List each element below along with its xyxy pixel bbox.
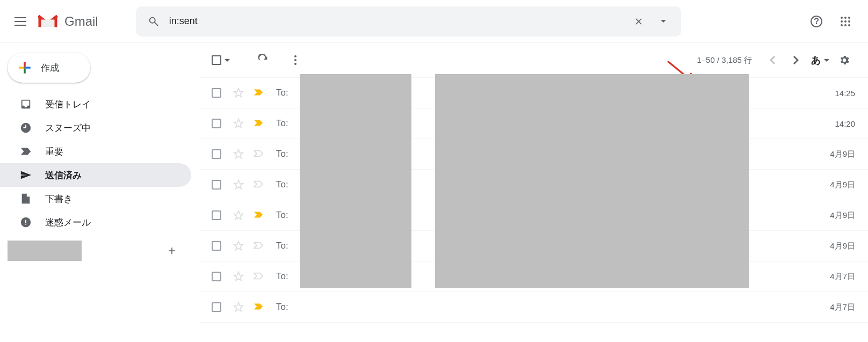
sidebar-item-sent[interactable]: 送信済み [0, 163, 191, 187]
svg-rect-15 [24, 67, 26, 69]
sidebar-label-row: + [0, 237, 199, 264]
row-checkbox[interactable] [212, 119, 221, 128]
star-icon[interactable] [233, 118, 244, 129]
importance-marker-icon[interactable] [254, 119, 263, 128]
importance-marker-icon[interactable] [254, 89, 263, 97]
sidebar-item-important[interactable]: 重要 [0, 140, 191, 163]
input-tools-button[interactable]: あ [811, 54, 829, 67]
sidebar-item-label: スヌーズ中 [45, 122, 91, 134]
redacted-content-block [435, 74, 749, 288]
pager: 1–50 / 3,185 行 [697, 49, 807, 71]
row-checkbox[interactable] [212, 241, 221, 251]
header-bar: Gmail [0, 0, 868, 43]
select-all-dropdown-icon[interactable] [225, 59, 230, 62]
row-checkbox[interactable] [212, 272, 221, 281]
star-icon[interactable] [233, 271, 244, 282]
svg-point-10 [848, 24, 850, 26]
row-checkbox[interactable] [212, 149, 221, 159]
search-input[interactable] [166, 16, 626, 27]
star-icon[interactable] [233, 302, 244, 312]
email-time: 4月7日 [830, 302, 855, 312]
svg-point-7 [848, 20, 850, 23]
svg-rect-0 [41, 19, 55, 27]
compose-plus-icon [16, 59, 33, 76]
clear-search-icon[interactable] [626, 9, 651, 34]
pager-prev-button[interactable] [762, 49, 783, 71]
redacted-sender-block [300, 74, 411, 288]
star-icon[interactable] [233, 179, 244, 190]
apps-grid-icon[interactable] [833, 9, 858, 34]
gmail-logo[interactable]: Gmail [33, 13, 98, 30]
importance-marker-icon[interactable] [254, 180, 263, 189]
row-checkbox[interactable] [212, 302, 221, 312]
sidebar-item-inbox[interactable]: 受信トレイ [0, 92, 191, 116]
importance-marker-icon[interactable] [254, 150, 263, 158]
to-label: To: [276, 118, 300, 129]
sidebar-item-drafts[interactable]: 下書き [0, 187, 191, 210]
sidebar-item-spam[interactable]: 迷惑メール [0, 210, 191, 234]
pager-next-button[interactable] [785, 49, 807, 71]
sidebar-label-placeholder [8, 241, 82, 261]
to-label: To: [276, 302, 300, 312]
content-area: 1–50 / 3,185 行 あ To: [199, 43, 868, 323]
email-time: 14:25 [835, 89, 855, 98]
sidebar-item-label: 迷惑メール [45, 216, 91, 229]
importance-marker-icon[interactable] [254, 211, 263, 220]
importance-marker-icon[interactable] [254, 242, 263, 250]
email-time: 14:20 [835, 119, 855, 128]
svg-point-18 [294, 63, 296, 65]
importance-marker-icon[interactable] [254, 272, 263, 281]
svg-point-4 [848, 17, 850, 19]
to-label: To: [276, 241, 300, 251]
email-row[interactable]: To: 4月7日 [199, 292, 868, 323]
email-list: To: 受信トレイ 返信完了 テスト - 今日は涼しい日です 14:25 To:… [199, 77, 868, 323]
sidebar-item-label: 送信済み [45, 169, 82, 181]
main-menu-button[interactable] [8, 9, 33, 34]
star-icon[interactable] [233, 149, 244, 159]
svg-point-9 [844, 24, 847, 26]
select-all-checkbox[interactable] [212, 55, 221, 65]
refresh-button[interactable] [250, 47, 276, 73]
importance-marker-icon[interactable] [254, 303, 263, 311]
search-options-icon[interactable] [651, 9, 676, 34]
sidebar-item-label: 重要 [45, 145, 63, 158]
search-bar [136, 6, 681, 37]
compose-button[interactable]: 作成 [8, 53, 90, 83]
to-label: To: [276, 88, 300, 98]
sidebar-item-label: 下書き [45, 193, 73, 205]
drafts-icon [19, 193, 32, 205]
row-checkbox[interactable] [212, 210, 221, 220]
svg-point-6 [844, 20, 847, 23]
inbox-icon [19, 98, 32, 110]
select-all[interactable] [212, 55, 230, 65]
star-icon[interactable] [233, 88, 244, 98]
add-label-button[interactable]: + [160, 239, 184, 263]
more-actions-button[interactable] [283, 47, 308, 73]
row-checkbox[interactable] [212, 88, 221, 98]
search-icon[interactable] [141, 9, 166, 34]
star-icon[interactable] [233, 241, 244, 251]
to-label: To: [276, 210, 300, 221]
settings-button[interactable] [834, 49, 855, 71]
svg-point-5 [841, 20, 843, 23]
svg-point-17 [294, 59, 296, 61]
svg-rect-14 [19, 67, 24, 69]
sent-icon [19, 170, 32, 180]
email-time: 4月9日 [830, 241, 855, 251]
support-icon[interactable] [804, 9, 829, 34]
sidebar-item-snoozed[interactable]: スヌーズ中 [0, 116, 191, 140]
to-label: To: [276, 149, 300, 159]
svg-point-8 [841, 24, 843, 26]
clock-icon [19, 122, 32, 134]
sidebar: 作成 受信トレイ スヌーズ中 重要 送信済み 下書き [0, 43, 199, 323]
svg-rect-13 [24, 69, 26, 74]
svg-point-16 [294, 55, 296, 57]
important-icon [19, 147, 32, 156]
svg-rect-12 [26, 67, 31, 69]
email-time: 4月9日 [830, 210, 855, 221]
svg-point-2 [841, 17, 843, 19]
chevron-down-icon [824, 59, 829, 62]
svg-rect-11 [24, 62, 26, 67]
star-icon[interactable] [233, 210, 244, 221]
row-checkbox[interactable] [212, 180, 221, 190]
